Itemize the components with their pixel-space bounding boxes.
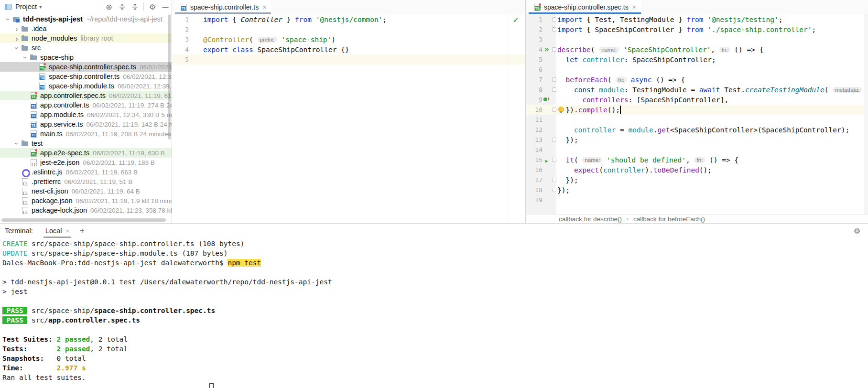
terminal-output[interactable]: CREATE src/space-ship/space-ship.control… — [0, 238, 868, 388]
right-code-area[interactable]: 1import { Test, TestingModule } from '@n… — [526, 14, 868, 214]
tree-item-src[interactable]: ›src — [0, 43, 172, 53]
tree-item-node_modules[interactable]: ›node_moduleslibrary root — [0, 33, 172, 43]
close-icon[interactable]: × — [632, 3, 636, 11]
chevron-expanded-icon[interactable]: › — [13, 139, 21, 148]
breadcrumb-item-describe[interactable]: callback for describe() — [559, 216, 622, 223]
code-token — [595, 86, 599, 94]
close-icon[interactable]: × — [262, 3, 266, 11]
line-number: 1 — [173, 16, 189, 23]
code-line-14[interactable]: 14 — [526, 145, 868, 155]
breadcrumb-item-beforeeach[interactable]: callback for beforeEach() — [633, 216, 705, 223]
tree-item-space-ship[interactable]: ›space-ship — [0, 53, 172, 62]
hide-panel-icon[interactable]: — — [161, 2, 170, 11]
tree-item-space-ship.controller.ts[interactable]: space-ship.controller.ts06/02/2021, 12:3… — [0, 72, 172, 81]
code-line-13[interactable]: 13 }); — [526, 135, 868, 145]
tree-item-.prettierrc[interactable]: .prettierrc06/02/2021, 11:19, 51 B — [0, 177, 172, 186]
tree-item-app.controller.spec.ts[interactable]: app.controller.spec.ts06/02/2021, 11:19,… — [0, 91, 172, 100]
tree-item-package-lock.json[interactable]: package-lock.json06/02/2021, 11:23, 358.… — [0, 205, 172, 215]
chevron-collapsed-icon[interactable]: › — [12, 34, 21, 43]
fold-icon[interactable] — [551, 47, 557, 52]
tree-item-package.json[interactable]: package.json06/02/2021, 11:19, 1.9 kB 18… — [0, 196, 172, 205]
tab-space-ship-controller-ts[interactable]: space-ship.controller.ts × — [175, 0, 271, 14]
code-line-12[interactable]: 12 controller = module.get<SpaceShipCont… — [526, 125, 868, 135]
tree-item-app.controller.ts[interactable]: app.controller.ts06/02/2021, 11:19, 274 … — [0, 100, 172, 110]
tree-item-tdd-nestjs-api-jest[interactable]: ›tdd-nestjs-api-jest~/repo/tdd-nestjs-ap… — [0, 14, 172, 24]
code-line-16[interactable]: 16 expect(controller).toBeDefined(); — [526, 165, 868, 175]
collapse-all-icon[interactable] — [130, 2, 139, 11]
fold-icon[interactable] — [551, 158, 557, 162]
code-line-10[interactable]: 10 }).compile(); — [526, 105, 868, 115]
fold-icon[interactable] — [551, 188, 557, 192]
run-test-icon[interactable]: ▶ — [542, 156, 551, 164]
code-line-2[interactable]: 2import { SpaceShipController } from './… — [526, 24, 868, 34]
tree-item-space-ship.controller.spec.ts[interactable]: space-ship.controller.spec.ts06/02/2021,… — [0, 62, 172, 72]
code-line-9[interactable]: 9 controllers: [SpaceShipController], — [526, 95, 868, 105]
editor-scrollbar[interactable] — [864, 14, 868, 214]
code-line-4[interactable]: 4»describe( name: 'SpaceShipController',… — [526, 44, 868, 54]
locate-file-icon[interactable]: ⊕ — [105, 2, 113, 11]
tree-item-nest-cli.json[interactable]: nest-cli.json06/02/2021, 11:19, 64 B — [0, 186, 172, 196]
code-line-18[interactable]: 18}); — [526, 185, 868, 195]
close-icon[interactable]: × — [66, 227, 70, 235]
expand-all-icon[interactable] — [118, 2, 126, 11]
tree-item-test[interactable]: ›test — [0, 139, 172, 148]
tree-item-jest-e2e.json[interactable]: jest-e2e.json06/02/2021, 11:19, 183 B — [0, 158, 172, 167]
code-line-1[interactable]: 1import { Controller } from '@nestjs/com… — [173, 14, 525, 24]
inspection-ok-check-icon[interactable]: ✓ — [513, 16, 519, 24]
code-token: . — [653, 126, 658, 134]
fold-icon[interactable] — [551, 17, 557, 22]
intention-bulb-icon[interactable] — [558, 107, 564, 112]
new-terminal-tab-icon[interactable]: + — [80, 226, 85, 236]
code-token: beforeEach — [565, 76, 607, 84]
code-line-5[interactable]: 5 — [173, 54, 525, 65]
code-line-7[interactable]: 7 beforeEach( fn: async () => { — [526, 75, 868, 85]
tree-item-.idea[interactable]: ›.idea — [0, 24, 172, 33]
tree-item-app.e2e-spec.ts[interactable]: app.e2e-spec.ts06/02/2021, 11:19, 630 B — [0, 148, 172, 158]
code-line-17[interactable]: 17 }); — [526, 175, 868, 185]
code-line-4[interactable]: 4export class SpaceShipController {} — [173, 44, 525, 54]
code-line-8[interactable]: 8 const module: TestingModule = await Te… — [526, 85, 868, 95]
tree-item-.eslintrc.js[interactable]: .eslintrc.js06/02/2021, 11:19, 663 B — [0, 167, 172, 177]
chevron-expanded-icon[interactable]: › — [22, 53, 30, 62]
tree-item-app.service.ts[interactable]: app.service.ts06/02/2021, 11:19, 142 B 2… — [0, 119, 172, 129]
tree-item-app.module.ts[interactable]: app.module.ts06/02/2021, 12:34, 330 B 5 … — [0, 110, 172, 119]
code-line-5[interactable]: 5 let controller: SpaceShipController; — [526, 54, 868, 65]
tree-item-space-ship.module.ts[interactable]: space-ship.module.ts06/02/2021, 12:39, 1… — [0, 81, 172, 91]
code-line-15[interactable]: 15▶ it( name: 'should be defined', fn: (… — [526, 155, 868, 165]
gear-icon[interactable]: ⚙ — [853, 226, 861, 235]
left-code-area[interactable]: 1import { Controller } from '@nestjs/com… — [173, 14, 525, 223]
gutter-reference-icon[interactable] — [542, 96, 551, 104]
fold-icon[interactable] — [551, 77, 557, 82]
terminal-line: Dales-MacBook-Pro:tdd-nestjs-api-jest da… — [2, 259, 868, 269]
code-line-3[interactable]: 3 — [526, 34, 868, 44]
chevron-collapsed-icon[interactable]: › — [12, 25, 21, 33]
code-line-6[interactable]: 6 — [526, 65, 868, 75]
fold-icon[interactable] — [551, 87, 557, 92]
code-line-11[interactable]: 11 — [526, 115, 868, 125]
tab-space-ship-controller-spec-ts[interactable]: space-ship.controller.spec.ts × — [529, 0, 641, 14]
code-token: ( — [608, 76, 616, 84]
project-panel-title[interactable]: Project — [15, 3, 37, 11]
tree-horizontal-scrollbar[interactable] — [1, 218, 166, 222]
terminal-text: PASS — [2, 316, 27, 324]
file-meta: 06/02/2021, 11:19, 142 B 24 minutes — [86, 121, 172, 128]
code-token — [228, 46, 232, 54]
code-line-1[interactable]: 1import { Test, TestingModule } from '@n… — [526, 14, 868, 24]
chevron-expanded-icon[interactable]: › — [13, 43, 21, 52]
code-line-2[interactable]: 2 — [173, 24, 525, 34]
fold-icon[interactable] — [551, 178, 557, 182]
terminal-tab-local[interactable]: Local × — [43, 224, 71, 238]
code-line-19[interactable]: 19 — [526, 195, 868, 205]
folder-icon — [21, 44, 29, 52]
tree-item-label: space-ship.controller.ts — [49, 73, 119, 80]
chevron-down-icon[interactable]: ▾ — [39, 4, 42, 10]
run-all-tests-icon[interactable]: » — [542, 46, 551, 54]
gear-icon[interactable]: ⚙ — [148, 2, 157, 11]
tree-vertical-scrollbar[interactable] — [168, 14, 171, 140]
tree-item-main.ts[interactable]: main.ts06/02/2021, 11:19, 208 B 24 minut… — [0, 129, 172, 139]
chevron-expanded-icon[interactable]: › — [4, 15, 12, 23]
fold-icon[interactable] — [551, 27, 557, 32]
fold-icon[interactable] — [551, 108, 557, 112]
fold-icon[interactable] — [551, 138, 557, 142]
code-line-3[interactable]: 3@Controller( prefix: 'space-ship') — [173, 34, 525, 44]
